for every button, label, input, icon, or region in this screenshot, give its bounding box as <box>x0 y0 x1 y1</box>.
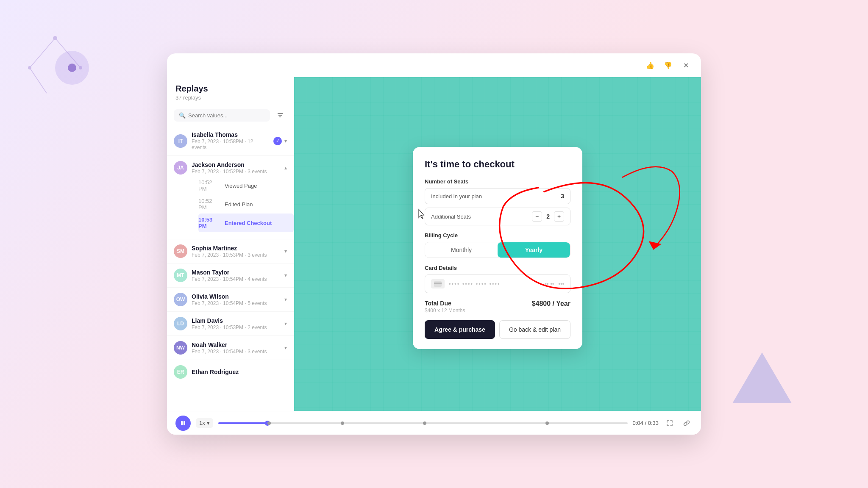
total-label-group: Total Due $400 x 12 Months <box>425 300 465 313</box>
replay-item-name: Sophia Martinez <box>192 245 280 252</box>
speed-label: 1x <box>199 420 205 426</box>
sidebar-title: Replays <box>175 84 285 94</box>
replay-item[interactable]: OW Olivia Wilson Feb 7, 2023 · 10:54PM ·… <box>167 288 294 312</box>
replay-item-actions: ▾ <box>284 297 287 302</box>
progress-marker <box>341 421 344 425</box>
replay-item-actions: ▾ <box>284 321 287 327</box>
expand-button[interactable] <box>664 417 676 429</box>
link-button[interactable] <box>681 417 693 429</box>
agree-purchase-button[interactable]: Agree & purchase <box>425 320 495 339</box>
avatar: IT <box>174 134 187 148</box>
replay-item[interactable]: NW Noah Walker Feb 7, 2023 · 10:54PM · 3… <box>167 336 294 360</box>
avatar: NW <box>174 341 187 355</box>
replay-item-name: Jackson Anderson <box>192 161 280 168</box>
search-input[interactable] <box>188 112 265 119</box>
replay-item-info: Olivia Wilson Feb 7, 2023 · 10:54PM · 5 … <box>192 293 280 306</box>
stepper-minus-button[interactable]: − <box>532 211 542 222</box>
billing-yearly-option[interactable]: Yearly <box>498 242 570 258</box>
playback-bar: 1x ▾ 0:04 / 0:33 <box>167 411 701 435</box>
replay-item-actions: ▾ <box>284 345 287 351</box>
replay-item-name: Mason Taylor <box>192 269 280 276</box>
card-section-label: Card Details <box>425 265 570 271</box>
replay-item-name: Liam Davis <box>192 317 280 324</box>
replay-item[interactable]: JA Jackson Anderson Feb 7, 2023 · 10:52P… <box>167 156 294 239</box>
replay-item[interactable]: MT Mason Taylor Feb 7, 2023 · 10:54PM · … <box>167 263 294 288</box>
svg-point-2 <box>53 36 57 40</box>
replay-item-meta: Feb 7, 2023 · 10:54PM · 4 events <box>192 276 280 282</box>
replay-list: IT Isabella Thomas Feb 7, 2023 · 10:58PM… <box>167 126 294 411</box>
main-window: 👍 👎 ✕ Replays 37 replays 🔍 <box>167 53 701 435</box>
chevron-down-icon[interactable]: ▾ <box>284 248 287 254</box>
card-cvv: ••• <box>558 281 564 287</box>
chevron-down-icon[interactable]: ▾ <box>284 297 287 302</box>
checkout-buttons: Agree & purchase Go back & edit plan <box>425 320 570 339</box>
stepper-value: 2 <box>546 213 550 220</box>
chevron-up-icon[interactable]: ▴ <box>284 165 287 171</box>
replay-area: It's time to checkout Number of Seats In… <box>294 77 701 411</box>
replay-item[interactable]: SM Sophia Martinez Feb 7, 2023 · 10:53PM… <box>167 239 294 263</box>
svg-line-5 <box>30 68 47 93</box>
chevron-down-icon[interactable]: ▾ <box>284 345 287 351</box>
replay-item-info: Mason Taylor Feb 7, 2023 · 10:54PM · 4 e… <box>192 269 280 282</box>
stepper-plus-button[interactable]: + <box>554 211 564 222</box>
progress-fill <box>218 422 267 424</box>
time-total: 0:33 <box>648 420 659 426</box>
billing-section-label: Billing Cycle <box>425 232 570 238</box>
go-back-edit-button[interactable]: Go back & edit plan <box>499 320 570 339</box>
additional-seats-row: Additional Seats − 2 + <box>425 208 570 225</box>
total-sub: $400 x 12 Months <box>425 308 465 313</box>
card-expiry: •• •• <box>545 281 554 287</box>
included-seats-value: 3 <box>561 193 564 200</box>
replay-item[interactable]: LD Liam Davis Feb 7, 2023 · 10:53PM · 2 … <box>167 312 294 336</box>
replay-item-actions: ▾ <box>284 272 287 278</box>
total-row: Total Due $400 x 12 Months $4800 / Year <box>425 300 570 313</box>
sub-event-highlighted[interactable]: 10:53 PM Entered Checkout <box>198 214 294 232</box>
top-bar: 👍 👎 ✕ <box>167 53 701 77</box>
sidebar: Replays 37 replays 🔍 IT I <box>167 77 294 411</box>
billing-monthly-option[interactable]: Monthly <box>425 242 498 258</box>
speed-selector[interactable]: 1x ▾ <box>196 418 213 428</box>
replay-item-name: Noah Walker <box>192 341 280 348</box>
replay-item[interactable]: ER Ethan Rodriguez <box>167 360 294 384</box>
check-icon: ✓ <box>273 137 282 145</box>
speed-chevron-icon: ▾ <box>207 420 210 426</box>
avatar: OW <box>174 293 187 306</box>
svg-rect-12 <box>181 421 183 425</box>
chevron-down-icon[interactable]: ▾ <box>284 138 287 144</box>
card-input-wrapper[interactable]: •••• •••• •••• •••• •• •• ••• <box>425 274 570 293</box>
svg-rect-10 <box>434 283 442 284</box>
replay-item[interactable]: IT Isabella Thomas Feb 7, 2023 · 10:58PM… <box>167 126 294 156</box>
time-current: 0:04 <box>633 420 643 426</box>
thumbs-down-button[interactable]: 👎 <box>661 58 675 72</box>
content-area: Replays 37 replays 🔍 IT I <box>167 77 701 411</box>
sub-event[interactable]: 10:52 PM Edited Plan <box>198 195 287 214</box>
thumbs-up-button[interactable]: 👍 <box>643 58 657 72</box>
search-input-wrapper[interactable]: 🔍 <box>174 109 270 122</box>
progress-marker <box>423 421 426 425</box>
sub-event[interactable]: 10:52 PM Viewed Page <box>198 176 287 195</box>
replay-item-actions: ▴ <box>284 165 287 171</box>
pause-button[interactable] <box>175 416 191 431</box>
chevron-down-icon[interactable]: ▾ <box>284 321 287 327</box>
checkout-title: It's time to checkout <box>425 159 570 170</box>
close-button[interactable]: ✕ <box>679 58 693 72</box>
svg-rect-13 <box>184 421 185 425</box>
svg-line-0 <box>30 38 55 68</box>
bg-dot-decor <box>68 64 76 72</box>
svg-point-3 <box>28 66 31 69</box>
time-display: 0:04 / 0:33 <box>633 420 659 426</box>
replay-item-info: Isabella Thomas Feb 7, 2023 · 10:58PM · … <box>192 131 269 150</box>
seats-stepper: − 2 + <box>532 211 564 222</box>
card-icon <box>431 279 445 288</box>
replay-item-meta: Feb 7, 2023 · 10:58PM · 12 events <box>192 139 269 150</box>
chevron-down-icon[interactable]: ▾ <box>284 272 287 278</box>
replay-item-meta: Feb 7, 2023 · 10:54PM · 3 events <box>192 349 280 355</box>
total-amount: $4800 / Year <box>532 300 570 308</box>
replay-item-meta: Feb 7, 2023 · 10:52PM · 3 events <box>192 169 280 175</box>
time-separator: / <box>645 420 648 426</box>
replay-item-info: Jackson Anderson Feb 7, 2023 · 10:52PM ·… <box>192 161 280 175</box>
progress-marker <box>545 421 549 425</box>
filter-icon[interactable] <box>273 108 287 122</box>
progress-marker <box>267 421 271 425</box>
progress-track[interactable] <box>218 422 628 424</box>
